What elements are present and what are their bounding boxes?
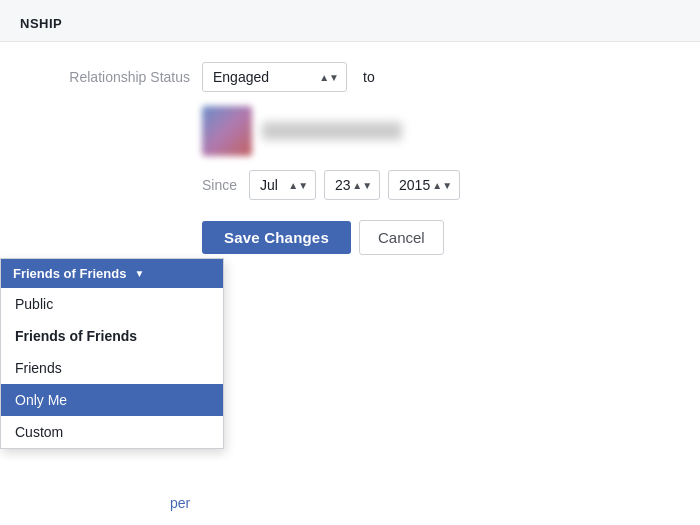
privacy-dropdown: Friends of Friends ▼ Public Friends of F… [0, 258, 224, 449]
dropdown-item-friends-of-friends[interactable]: Friends of Friends [1, 320, 223, 352]
partner-row [202, 106, 680, 156]
partner-avatar [202, 106, 252, 156]
year-select-wrapper: 2015 ▲▼ [388, 170, 460, 200]
section-header: NSHIP [0, 0, 700, 42]
since-row: Since JanFebMar AprMayJun JulAugSep OctN… [202, 170, 680, 200]
privacy-trigger-label: Friends of Friends [13, 266, 126, 281]
action-buttons-row: Save Changes Cancel [202, 220, 680, 255]
partner-name-blurred [262, 122, 402, 140]
per-link[interactable]: per [170, 495, 190, 511]
page-container: NSHIP Relationship Status Engaged Single… [0, 0, 700, 525]
day-select-wrapper: 23 ▲▼ [324, 170, 380, 200]
privacy-dropdown-trigger[interactable]: Friends of Friends ▼ [1, 259, 223, 288]
save-button[interactable]: Save Changes [202, 221, 351, 254]
month-select-wrapper: JanFebMar AprMayJun JulAugSep OctNovDec … [249, 170, 316, 200]
dropdown-item-public[interactable]: Public [1, 288, 223, 320]
section-title: NSHIP [20, 16, 62, 31]
since-label: Since [202, 177, 237, 193]
chevron-down-icon: ▼ [134, 268, 144, 279]
cancel-button[interactable]: Cancel [359, 220, 444, 255]
relationship-status-row: Relationship Status Engaged Single In a … [20, 62, 680, 92]
dropdown-item-only-me[interactable]: Only Me [1, 384, 223, 416]
status-select[interactable]: Engaged Single In a Relationship Married… [202, 62, 347, 92]
dropdown-item-friends[interactable]: Friends [1, 352, 223, 384]
relationship-label: Relationship Status [20, 69, 190, 85]
to-label: to [363, 69, 375, 85]
status-select-wrapper: Engaged Single In a Relationship Married… [202, 62, 347, 92]
day-select[interactable]: 23 [324, 170, 380, 200]
year-select[interactable]: 2015 [388, 170, 460, 200]
month-select[interactable]: JanFebMar AprMayJun JulAugSep OctNovDec [249, 170, 316, 200]
dropdown-item-custom[interactable]: Custom [1, 416, 223, 448]
